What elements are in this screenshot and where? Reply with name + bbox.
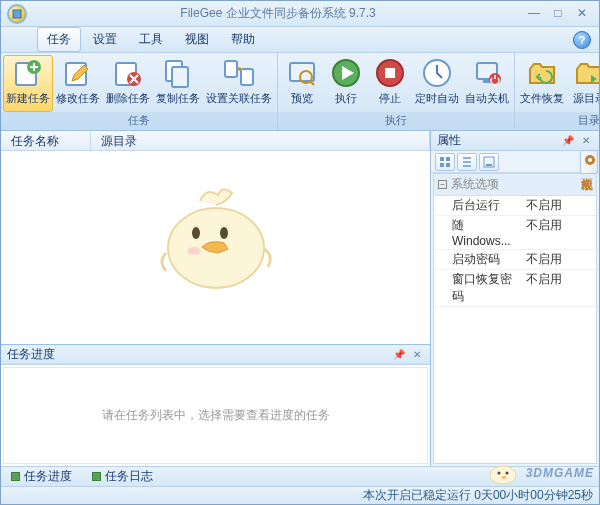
svg-rect-23 — [440, 157, 444, 161]
menu-settings[interactable]: 设置 — [83, 27, 127, 52]
progress-pane: 任务进度 📌 ✕ 请在任务列表中，选择需要查看进度的任务 — [1, 344, 430, 466]
properties-title: 属性 📌 ✕ — [431, 131, 599, 151]
link-task-icon — [223, 57, 255, 89]
restore-icon — [526, 57, 558, 89]
link-task-button[interactable]: 设置关联任务 — [203, 55, 275, 112]
menubar: 任务 设置 工具 视图 帮助 ? — [1, 27, 599, 53]
edit-task-button[interactable]: 修改任务 — [53, 55, 103, 112]
shutdown-button[interactable]: 自动关机 — [462, 55, 512, 112]
new-task-button[interactable]: 新建任务 — [3, 55, 53, 112]
src-dir-button[interactable]: 源目录 — [567, 55, 600, 112]
run-button[interactable]: 执行 — [324, 55, 368, 112]
svg-rect-24 — [446, 157, 450, 161]
menu-help[interactable]: 帮助 — [221, 27, 265, 52]
svg-point-20 — [192, 227, 200, 239]
svg-rect-7 — [172, 67, 188, 87]
preview-icon — [286, 57, 318, 89]
window-title: FileGee 企业文件同步备份系统 9.7.3 — [35, 5, 521, 22]
svg-point-22 — [187, 247, 201, 255]
gear-icon — [583, 153, 597, 167]
ribbon: 新建任务 修改任务 删除任务 复制任务 设置关联任务 任务 — [1, 53, 599, 131]
side-tab[interactable]: 常规面板 — [580, 150, 598, 174]
pin-icon[interactable]: 📌 — [392, 348, 406, 362]
minimize-button[interactable]: — — [523, 6, 545, 22]
shutdown-icon — [471, 57, 503, 89]
stop-icon — [374, 57, 406, 89]
collapse-icon[interactable]: − — [438, 180, 447, 189]
copy-task-button[interactable]: 复制任务 — [153, 55, 203, 112]
svg-rect-14 — [385, 68, 395, 78]
prop-row[interactable]: 启动密码不启用 — [434, 250, 596, 270]
tab-progress[interactable]: 任务进度 — [5, 467, 78, 486]
ribbon-group-run: 预览 执行 停止 定时自动 自动关机 执行 — [278, 53, 515, 130]
close-icon[interactable]: ✕ — [410, 348, 424, 362]
prop-category[interactable]: − 系统选项 — [434, 174, 596, 196]
ribbon-group-task-label: 任务 — [1, 112, 277, 130]
delete-task-button[interactable]: 删除任务 — [103, 55, 153, 112]
square-icon — [92, 472, 101, 481]
prop-row[interactable]: 随Windows...不启用 — [434, 216, 596, 250]
statusbar: 本次开启已稳定运行 0天00小时00分钟25秒 — [1, 486, 599, 504]
left-pane: 任务名称 源目录 任务进度 📌 — [1, 131, 431, 466]
svg-rect-0 — [13, 10, 21, 18]
restore-button[interactable]: 文件恢复 — [517, 55, 567, 112]
task-list-header: 任务名称 源目录 — [1, 131, 430, 151]
ribbon-group-task: 新建任务 修改任务 删除任务 复制任务 设置关联任务 任务 — [1, 53, 278, 130]
status-text: 本次开启已稳定运行 0天00小时00分钟25秒 — [363, 487, 593, 504]
prop-row[interactable]: 窗口恢复密码不启用 — [434, 270, 596, 307]
progress-body: 请在任务列表中，选择需要查看进度的任务 — [3, 367, 428, 464]
properties-toolbar — [431, 151, 599, 173]
new-task-icon — [12, 57, 44, 89]
svg-rect-28 — [486, 164, 492, 166]
sort-icon[interactable] — [457, 153, 477, 171]
col-src-dir[interactable]: 源目录 — [91, 131, 430, 150]
edit-task-icon — [62, 57, 94, 89]
help-icon[interactable]: ? — [573, 31, 591, 49]
delete-task-icon — [112, 57, 144, 89]
svg-rect-25 — [440, 163, 444, 167]
svg-rect-9 — [241, 69, 253, 85]
ribbon-group-dir: 文件恢复 源目录 目标目录 目录 — [515, 53, 600, 130]
categorize-icon[interactable] — [435, 153, 455, 171]
ribbon-group-run-label: 执行 — [278, 112, 514, 130]
close-icon[interactable]: ✕ — [579, 134, 593, 148]
svg-point-30 — [588, 158, 592, 162]
menu-task[interactable]: 任务 — [37, 27, 81, 52]
ribbon-group-dir-label: 目录 — [515, 112, 600, 130]
maximize-button[interactable]: □ — [547, 6, 569, 22]
svg-rect-8 — [225, 61, 237, 77]
mascot-placeholder — [146, 183, 286, 293]
menu-view[interactable]: 视图 — [175, 27, 219, 52]
app-icon — [7, 4, 27, 24]
properties-pane: 属性 📌 ✕ − 系统选项 后台运行不启用 随Windows...不启用 启动密… — [431, 131, 599, 466]
preview-button[interactable]: 预览 — [280, 55, 324, 112]
menu-tools[interactable]: 工具 — [129, 27, 173, 52]
src-dir-icon — [573, 57, 600, 89]
col-task-name[interactable]: 任务名称 — [1, 131, 91, 150]
info-icon[interactable] — [479, 153, 499, 171]
tab-log[interactable]: 任务日志 — [86, 467, 159, 486]
titlebar: FileGee 企业文件同步备份系统 9.7.3 — □ ✕ — [1, 1, 599, 27]
prop-row[interactable]: 后台运行不启用 — [434, 196, 596, 216]
bottom-tabs: 任务进度 任务日志 — [1, 466, 599, 486]
schedule-icon — [421, 57, 453, 89]
square-icon — [11, 472, 20, 481]
schedule-button[interactable]: 定时自动 — [412, 55, 462, 112]
svg-point-21 — [220, 227, 228, 239]
run-icon — [330, 57, 362, 89]
pin-icon[interactable]: 📌 — [561, 134, 575, 148]
properties-body: − 系统选项 后台运行不启用 随Windows...不启用 启动密码不启用 窗口… — [433, 173, 597, 464]
copy-task-icon — [162, 57, 194, 89]
close-button[interactable]: ✕ — [571, 6, 593, 22]
task-list[interactable]: 任务名称 源目录 — [1, 131, 430, 344]
stop-button[interactable]: 停止 — [368, 55, 412, 112]
progress-pane-title: 任务进度 📌 ✕ — [1, 345, 430, 365]
svg-rect-26 — [446, 163, 450, 167]
content: 任务名称 源目录 任务进度 📌 — [1, 131, 599, 466]
